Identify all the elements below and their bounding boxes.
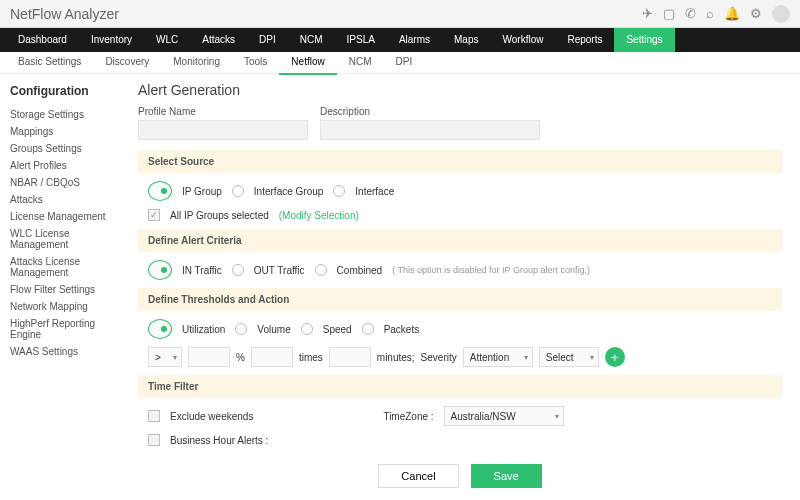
radio-label: Speed: [323, 324, 352, 335]
radio-volume[interactable]: [235, 323, 247, 335]
radio-label: Interface: [355, 186, 394, 197]
criteria-radio-row: IN TrafficOUT TrafficCombined( This opti…: [138, 260, 782, 280]
radio-interface[interactable]: [333, 185, 345, 197]
sidebar-item[interactable]: Mappings: [10, 123, 120, 140]
section-time-filter: Time Filter: [138, 375, 782, 398]
nav-dpi[interactable]: DPI: [247, 28, 288, 52]
subnav-ncm[interactable]: NCM: [337, 51, 384, 75]
all-ipgroups-checkbox[interactable]: ✓: [148, 209, 160, 221]
section-alert-criteria: Define Alert Criteria: [138, 229, 782, 252]
subnav-dpi[interactable]: DPI: [383, 51, 424, 75]
source-all-row: ✓ All IP Groups selected (Modify Selecti…: [138, 209, 782, 221]
radio-packets[interactable]: [362, 323, 374, 335]
radio-label: Utilization: [182, 324, 225, 335]
subnav-tools[interactable]: Tools: [232, 51, 279, 75]
cancel-button[interactable]: Cancel: [378, 464, 458, 488]
sidebar-item[interactable]: HighPerf Reporting Engine: [10, 315, 120, 343]
radio-label: IN Traffic: [182, 265, 222, 276]
severity-select[interactable]: Attention: [463, 347, 533, 367]
radio-interface-group[interactable]: [232, 185, 244, 197]
nav-dashboard[interactable]: Dashboard: [6, 28, 79, 52]
footer-buttons: Cancel Save: [138, 454, 782, 500]
nav-ncm[interactable]: NCM: [288, 28, 335, 52]
main-content: Alert Generation Profile Name Descriptio…: [130, 74, 800, 500]
sidebar-item[interactable]: License Management: [10, 208, 120, 225]
radio-label: Combined: [337, 265, 383, 276]
sidebar-item[interactable]: Attacks License Management: [10, 253, 120, 281]
exclude-weekends-checkbox[interactable]: [148, 410, 160, 422]
sidebar-item[interactable]: WAAS Settings: [10, 343, 120, 360]
gear-icon[interactable]: ⚙: [750, 6, 762, 21]
radio-label: OUT Traffic: [254, 265, 305, 276]
subnav-basic-settings[interactable]: Basic Settings: [6, 51, 93, 75]
rocket-icon[interactable]: ✈: [642, 6, 653, 21]
timezone-select[interactable]: Australia/NSW: [444, 406, 564, 426]
sidebar-item[interactable]: Flow Filter Settings: [10, 281, 120, 298]
subnav-netflow[interactable]: Netflow: [279, 51, 336, 75]
action-select[interactable]: Select: [539, 347, 599, 367]
nav-settings[interactable]: Settings: [614, 28, 674, 52]
time-filter-row-1: Exclude weekends TimeZone : Australia/NS…: [138, 406, 782, 426]
bell-icon[interactable]: 🔔: [724, 6, 740, 21]
description-label: Description: [320, 106, 540, 117]
sidebar: Configuration Storage SettingsMappingsGr…: [0, 74, 130, 500]
headset-icon[interactable]: ✆: [685, 6, 696, 21]
times-unit: times: [299, 352, 323, 363]
radio-out-traffic[interactable]: [232, 264, 244, 276]
radio-in-traffic[interactable]: [148, 260, 172, 280]
radio-utilization[interactable]: [148, 319, 172, 339]
times-input[interactable]: [251, 347, 293, 367]
page-title: Alert Generation: [138, 82, 782, 98]
severity-label: Severity: [421, 352, 457, 363]
percent-unit: %: [236, 352, 245, 363]
search-icon[interactable]: ⌕: [706, 6, 714, 21]
primary-nav: DashboardInventoryWLCAttacksDPINCMIPSLAA…: [0, 28, 800, 52]
all-ipgroups-label: All IP Groups selected: [170, 210, 269, 221]
sidebar-item[interactable]: Network Mapping: [10, 298, 120, 315]
nav-maps[interactable]: Maps: [442, 28, 490, 52]
nav-attacks[interactable]: Attacks: [190, 28, 247, 52]
secondary-nav: Basic SettingsDiscoveryMonitoringToolsNe…: [0, 52, 800, 74]
radio-label: IP Group: [182, 186, 222, 197]
nav-workflow[interactable]: Workflow: [490, 28, 555, 52]
sidebar-item[interactable]: Storage Settings: [10, 106, 120, 123]
minutes-input[interactable]: [329, 347, 371, 367]
subnav-monitoring[interactable]: Monitoring: [161, 51, 232, 75]
nav-wlc[interactable]: WLC: [144, 28, 190, 52]
radio-ip-group[interactable]: [148, 181, 172, 201]
radio-label: Volume: [257, 324, 290, 335]
nav-reports[interactable]: Reports: [555, 28, 614, 52]
monitor-icon[interactable]: ▢: [663, 6, 675, 21]
sidebar-title: Configuration: [10, 84, 120, 98]
threshold-config-row: > % times minutes; Severity Attention Se…: [138, 347, 782, 367]
radio-combined[interactable]: [315, 264, 327, 276]
time-filter-row-2: Business Hour Alerts :: [138, 434, 782, 446]
radio-label: Interface Group: [254, 186, 323, 197]
profile-name-label: Profile Name: [138, 106, 308, 117]
nav-ipsla[interactable]: IPSLA: [335, 28, 387, 52]
add-threshold-button[interactable]: +: [605, 347, 625, 367]
percent-input[interactable]: [188, 347, 230, 367]
sidebar-item[interactable]: WLC License Management: [10, 225, 120, 253]
sidebar-item[interactable]: Alert Profiles: [10, 157, 120, 174]
sidebar-item[interactable]: NBAR / CBQoS: [10, 174, 120, 191]
avatar[interactable]: [772, 5, 790, 23]
operator-select[interactable]: >: [148, 347, 182, 367]
radio-speed[interactable]: [301, 323, 313, 335]
description-input[interactable]: [320, 120, 540, 140]
business-hour-label: Business Hour Alerts :: [170, 435, 268, 446]
sidebar-item[interactable]: Attacks: [10, 191, 120, 208]
save-button[interactable]: Save: [471, 464, 542, 488]
nav-alarms[interactable]: Alarms: [387, 28, 442, 52]
nav-inventory[interactable]: Inventory: [79, 28, 144, 52]
subnav-discovery[interactable]: Discovery: [93, 51, 161, 75]
radio-label: Packets: [384, 324, 420, 335]
sidebar-item[interactable]: Groups Settings: [10, 140, 120, 157]
modify-selection-link[interactable]: (Modify Selection): [279, 210, 359, 221]
profile-name-input[interactable]: [138, 120, 308, 140]
section-thresholds: Define Thresholds and Action: [138, 288, 782, 311]
exclude-weekends-label: Exclude weekends: [170, 411, 253, 422]
business-hour-checkbox[interactable]: [148, 434, 160, 446]
source-radio-row: IP GroupInterface GroupInterface: [138, 181, 782, 201]
brand-title: NetFlow Analyzer: [10, 6, 119, 22]
